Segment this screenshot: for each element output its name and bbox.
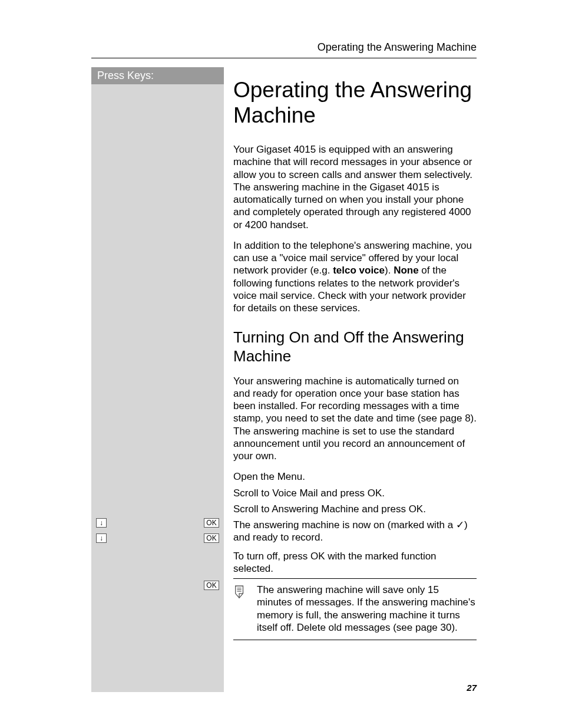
step-voice-mail: Scroll to Voice Mail and press OK. [233,487,477,499]
key-row-turn-off: OK [96,580,219,591]
down-arrow-icon: ↓ [96,533,107,543]
section-para: Your answering machine is automatically … [233,375,477,463]
top-rule [91,58,477,58]
intro-para-1: Your Gigaset 4015 is equipped with an an… [233,143,477,231]
note-block: The answering machine will save only 15 … [233,578,477,640]
key-row-open-menu [96,502,219,513]
key-row-answering-machine: ↓ OK [96,533,219,543]
text: The answering machine is now on (marked … [233,519,456,531]
checkmark-icon: ✓ [456,519,464,531]
text: ). [385,265,394,276]
down-arrow-icon: ↓ [96,518,107,528]
intro-para-2: In addition to the telephone's answering… [233,239,477,315]
note-rule-top [233,578,477,579]
note-rule-bottom [233,640,477,640]
page-title: Operating the Answering Machine [233,78,477,128]
section-heading: Turning On and Off the Answering Machine [233,328,477,365]
ok-key: OK [204,581,219,590]
content: Operating the Answering Machine Your Gig… [233,67,477,645]
ok-key: OK [204,533,219,543]
step-now-on: The answering machine is now on (marked … [233,519,477,544]
key-row-voice-mail: ↓ OK [96,518,219,528]
sidebar-title: Press Keys: [91,67,224,84]
bold-none: None [394,265,419,276]
bold-telco-voice: telco voice [333,265,385,276]
running-head: Operating the Answering Machine [318,41,477,54]
page-number: 27 [467,683,477,693]
note-text: The answering machine will save only 15 … [257,584,477,634]
ok-key: OK [204,518,219,528]
page: Operating the Answering Machine Press Ke… [0,0,562,728]
note-icon [233,584,249,634]
sidebar: Press Keys: ↓ OK ↓ OK OK [91,67,224,692]
step-open-menu: Open the Menu. [233,470,477,483]
step-turn-off: To turn off, press OK with the marked fu… [233,550,477,575]
step-answering-machine: Scroll to Answering Machine and press OK… [233,503,477,515]
